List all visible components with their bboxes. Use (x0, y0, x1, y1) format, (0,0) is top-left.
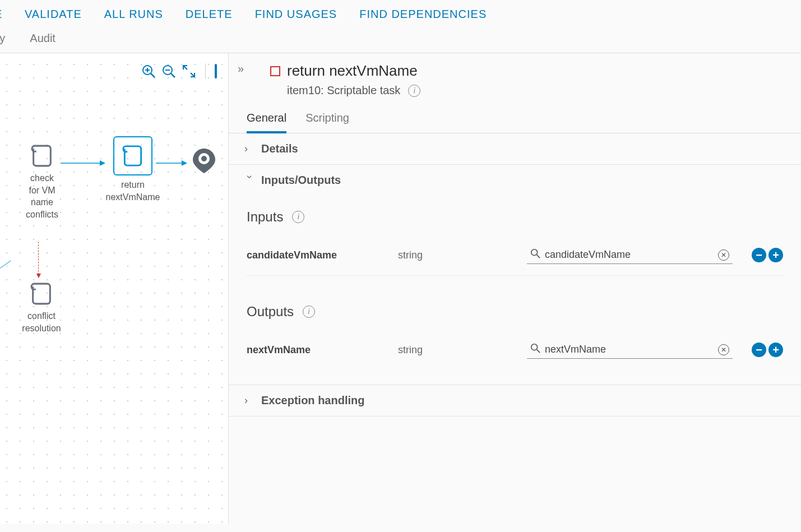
section-toggle-io[interactable]: › Inputs/Outputs (244, 174, 785, 187)
section-exception: › Exception handling (229, 385, 801, 417)
info-icon[interactable]: i (292, 211, 304, 223)
section-toggle-details[interactable]: › Details (244, 142, 785, 155)
svg-line-1 (151, 73, 155, 77)
workflow-end-icon[interactable] (189, 146, 219, 175)
param-type: string (398, 249, 521, 261)
node-return-nextvmname[interactable]: return nextVmName (102, 136, 164, 203)
section-title: Inputs/Outputs (261, 174, 341, 187)
svg-line-14 (537, 255, 540, 258)
chevron-right-icon: › (244, 395, 254, 406)
info-icon[interactable]: i (408, 85, 420, 97)
zoom-out-icon[interactable] (161, 64, 176, 78)
clear-icon[interactable]: ✕ (718, 249, 729, 261)
svg-line-16 (537, 350, 540, 353)
node-conflict-resolution[interactable]: conflict resolution (13, 281, 70, 334)
param-binding-field[interactable]: ✕ (527, 246, 733, 264)
toolbar-action-partial[interactable]: E (0, 8, 2, 21)
connector-arrow (156, 160, 187, 166)
top-toolbar: E VALIDATE ALL RUNS DELETE FIND USAGES F… (0, 0, 801, 29)
toolbar-divider (205, 63, 206, 79)
param-type: string (398, 344, 521, 356)
all-runs-action[interactable]: ALL RUNS (104, 8, 163, 21)
add-button[interactable]: + (768, 248, 783, 262)
element-title: return nextVmName (287, 62, 418, 80)
panel-tabs: General Scripting (229, 100, 801, 133)
find-usages-action[interactable]: FIND USAGES (255, 8, 337, 21)
svg-point-8 (201, 156, 207, 161)
node-label: conflict resolution (13, 310, 70, 334)
svg-marker-12 (182, 160, 187, 166)
connector-arrow (61, 160, 105, 166)
section-details: › Details (229, 133, 801, 165)
chevron-down-icon: › (244, 175, 256, 186)
svg-point-15 (531, 344, 538, 350)
section-toggle-exception[interactable]: › Exception handling (244, 394, 785, 407)
info-icon[interactable]: i (303, 306, 315, 318)
param-binding-input[interactable] (545, 249, 714, 261)
remove-button[interactable]: − (752, 343, 766, 357)
remove-button[interactable]: − (752, 248, 766, 262)
canvas-toolbar (141, 63, 217, 79)
tab-scripting[interactable]: Scripting (305, 112, 349, 133)
sub-tabs: tory Audit (0, 29, 801, 53)
properties-panel: » return nextVmName item10: Scriptable t… (229, 53, 801, 524)
param-name: nextVmName (247, 344, 392, 356)
svg-line-5 (171, 73, 175, 77)
add-button[interactable]: + (768, 343, 783, 357)
delete-action[interactable]: DELETE (186, 8, 233, 21)
param-binding-input[interactable] (545, 344, 714, 355)
zoom-in-icon[interactable] (141, 64, 156, 78)
section-inputs-outputs: › Inputs/Outputs Inputs i candidateVmNam… (229, 165, 801, 385)
connector-arrow-error (38, 242, 39, 277)
param-binding-field[interactable]: ✕ (527, 341, 733, 359)
collapse-panel-icon[interactable]: » (238, 62, 244, 75)
node-label: check for VM name conflicts (17, 172, 67, 220)
svg-marker-10 (100, 160, 105, 166)
chevron-right-icon: › (244, 143, 254, 155)
validate-action[interactable]: VALIDATE (25, 8, 82, 21)
find-dependencies-action[interactable]: FIND DEPENDENCIES (359, 8, 487, 21)
script-icon (29, 281, 54, 307)
search-icon (530, 248, 540, 261)
param-name: candidateVmName (247, 249, 392, 261)
tab-general[interactable]: General (247, 112, 286, 133)
inputs-heading: Inputs i (247, 209, 783, 225)
element-type-icon (270, 66, 280, 76)
script-icon (29, 143, 55, 169)
clear-icon[interactable]: ✕ (718, 344, 729, 355)
output-row: nextVmName string ✕ − + (247, 337, 783, 370)
tab-audit[interactable]: Audit (30, 32, 55, 45)
outputs-heading: Outputs i (247, 304, 783, 320)
panel-header: return nextVmName item10: Scriptable tas… (229, 53, 801, 100)
node-label: return nextVmName (102, 179, 164, 203)
keyboard-icon[interactable] (215, 65, 217, 78)
section-title: Details (261, 142, 298, 155)
tab-history[interactable]: tory (0, 32, 5, 45)
script-icon (113, 136, 152, 175)
section-title: Exception handling (261, 394, 364, 407)
search-icon (530, 343, 540, 356)
fit-to-screen-icon[interactable] (182, 64, 196, 78)
input-row: candidateVmName string ✕ − + (247, 243, 783, 276)
element-subtitle: item10: Scriptable task (287, 84, 400, 97)
workflow-canvas[interactable]: check for VM name conflicts return nextV… (0, 53, 229, 524)
svg-point-13 (531, 249, 538, 256)
node-check-conflicts[interactable]: check for VM name conflicts (17, 143, 67, 220)
